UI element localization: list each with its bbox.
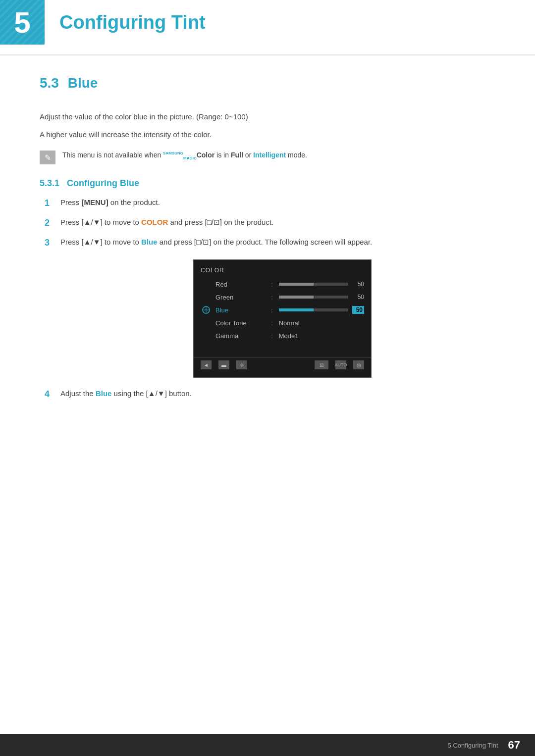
step-3: 3 Press [▲/▼] to move to Blue and press …: [45, 236, 495, 250]
step-num-2: 2: [45, 216, 54, 230]
nav-icons-right: ⊡ AUTO ◎: [315, 360, 364, 369]
enter-btn: ⊡: [315, 360, 328, 369]
color-menu-screenshot: COLOR Red : 50 Green: [193, 259, 372, 378]
power-btn: ◎: [353, 360, 364, 369]
left-arrow-btn: ◄: [201, 360, 212, 369]
red-label: Red: [215, 281, 265, 288]
section-title-text: Blue: [68, 75, 98, 91]
screenshot-container: COLOR Red : 50 Green: [69, 259, 495, 378]
steps-list-4: 4 Adjust the Blue using the [▲/▼] button…: [45, 388, 495, 402]
step-num-1: 1: [45, 196, 54, 210]
chapter-header: 5 Configuring Tint: [0, 0, 535, 55]
step-num-4: 4: [45, 387, 54, 402]
green-value: 50: [352, 294, 364, 301]
menu-spacer: [194, 342, 371, 357]
color-menu-title: COLOR: [194, 265, 371, 278]
red-bar: [279, 283, 348, 286]
page-footer: 5 Configuring Tint 67: [0, 734, 535, 756]
magic-sub: MAGIC: [183, 156, 197, 160]
color-menu: COLOR Red : 50 Green: [193, 259, 372, 378]
note-text: This menu is not available when SAMSUNGM…: [62, 150, 307, 162]
blue-value: 50: [352, 306, 364, 314]
chapter-number-block: 5: [0, 0, 45, 45]
body-text-2: A higher value will increase the intensi…: [40, 129, 495, 141]
step-1: 1 Press [MENU] on the product.: [45, 197, 495, 210]
green-bar-fill: [279, 296, 314, 299]
colortone-label: Color Tone: [215, 319, 265, 327]
menu-row-green: Green : 50: [194, 291, 371, 303]
steps-list: 1 Press [MENU] on the product. 2 Press […: [45, 197, 495, 250]
gamma-label: Gamma: [215, 332, 265, 340]
footer-label: 5 Configuring Tint: [448, 742, 498, 749]
body-text-1: Adjust the value of the color blue in th…: [40, 111, 495, 123]
note-box: This menu is not available when SAMSUNGM…: [40, 150, 495, 164]
menu-row-colortone: Color Tone : Normal: [194, 316, 371, 329]
colortone-value: Normal: [279, 319, 300, 327]
chapter-number: 5: [14, 5, 30, 40]
colortone-icon: [201, 318, 212, 327]
menu-row-blue: Blue : 50: [194, 303, 371, 316]
red-icon-placeholder: [201, 280, 212, 289]
screenshot-bottom-bar: ◄ ▬ ✛ ⊡ AUTO ◎: [194, 357, 371, 372]
step-text-2: Press [▲/▼] to move to COLOR and press […: [60, 216, 273, 228]
footer-page: 67: [508, 739, 520, 752]
menu-row-gamma: Gamma : Mode1: [194, 329, 371, 342]
nav-icons-left: ◄ ▬ ✛: [201, 360, 247, 369]
red-value: 50: [352, 281, 364, 288]
samsung-super: SAMSUNG: [163, 151, 183, 155]
content-area: 5.3 Blue Adjust the value of the color b…: [0, 75, 535, 447]
menu-row-red: Red : 50: [194, 278, 371, 291]
blue-bar-fill: [279, 308, 314, 311]
minus-btn: ▬: [218, 360, 229, 369]
step-4: 4 Adjust the Blue using the [▲/▼] button…: [45, 388, 495, 402]
chapter-title: Configuring Tint: [45, 0, 206, 45]
red-bar-fill: [279, 283, 314, 286]
step-text-4: Adjust the Blue using the [▲/▼] button.: [60, 388, 192, 400]
note-icon: [40, 151, 55, 164]
blue-bar: [279, 308, 348, 311]
blue-label: Blue: [215, 306, 265, 314]
subsection-num: 5.3.1: [40, 178, 59, 188]
intelligent-text: Intelligent: [253, 151, 286, 159]
auto-btn: AUTO: [335, 360, 346, 369]
blue-icon-placeholder: [201, 305, 212, 314]
section-heading: 5.3 Blue: [40, 75, 495, 96]
step-2: 2 Press [▲/▼] to move to COLOR and press…: [45, 216, 495, 230]
subsection-title-text: Configuring Blue: [67, 178, 139, 188]
plus-btn: ✛: [236, 360, 247, 369]
subsection-heading: 5.3.1 Configuring Blue: [40, 178, 495, 189]
step-num-3: 3: [45, 236, 54, 250]
green-bar: [279, 296, 348, 299]
green-icon-placeholder: [201, 293, 212, 302]
section-num: 5.3: [40, 75, 59, 91]
step-text-1: Press [MENU] on the product.: [60, 197, 160, 208]
blue-row-icon: [202, 305, 211, 314]
step-text-3: Press [▲/▼] to move to Blue and press [□…: [60, 236, 372, 248]
gamma-icon: [201, 331, 212, 340]
gamma-value: Mode1: [279, 332, 299, 340]
green-label: Green: [215, 294, 265, 301]
